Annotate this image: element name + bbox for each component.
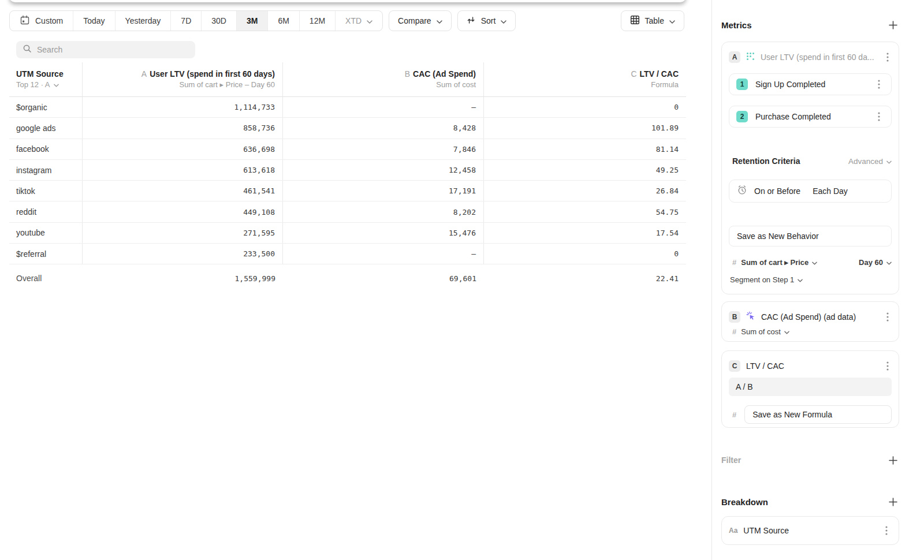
column-header-ltv-cac[interactable]: CLTV / CAC Formula [484,62,686,96]
column-key: A [141,69,147,79]
date-range-yesterday[interactable]: Yesterday [116,11,172,31]
save-as-new-behavior-button[interactable]: Save as New Behavior [729,226,892,247]
date-range-xtd[interactable]: XTD [336,11,382,31]
cell-ltv-cac: 26.84 [484,181,686,201]
search-input[interactable] [37,45,189,54]
cell-user-ltv: 233,500 [83,244,283,264]
funnel-step-2[interactable]: 2 Purchase Completed [729,106,892,128]
column-key: B [405,69,410,79]
column-header-utm-source[interactable]: UTM Source Top 12 · A [9,62,83,96]
retention-period-label[interactable]: Each Day [813,186,848,196]
date-range-label: 7D [181,16,191,25]
sort-arrows-icon [467,16,476,27]
retention-advanced-dropdown[interactable]: Advanced [848,157,892,166]
chevron-down-icon [812,258,817,267]
table-row[interactable]: facebook 636,698 7,846 81.14 [9,139,686,160]
column-header-user-ltv[interactable]: AUser LTV (spend in first 60 days) Sum o… [83,62,283,96]
chevron-down-icon [367,16,372,25]
cell-cac: 7,846 [283,139,484,159]
plus-icon [889,498,897,506]
metric-c-name[interactable]: LTV / CAC [746,361,877,371]
step-menu-button[interactable] [874,111,884,122]
breakdown-item-utm-source[interactable]: Aa UTM Source [721,516,899,545]
view-type-button[interactable]: Table [621,10,684,31]
chevron-down-icon [886,258,892,267]
metric-a-header[interactable]: A User LTV (spend in first 60 da... [729,49,893,65]
cell-user-ltv: 636,698 [83,139,283,159]
metric-a-name[interactable]: User LTV (spend in first 60 da... [761,53,877,62]
day-window-dropdown[interactable]: Day 60 [859,258,892,267]
breakdown-menu-button[interactable] [881,525,892,536]
row-label: $referral [9,244,83,264]
row-label: reddit [9,201,83,222]
date-range-label: 6M [278,16,289,25]
chevron-down-icon [437,16,442,25]
date-range-7d[interactable]: 7D [171,11,202,31]
property-label: Sum of cost [741,327,781,336]
date-range-today[interactable]: Today [73,11,115,31]
row-label: google ads [9,118,83,138]
overall-cac: 69,601 [283,268,484,288]
add-breakdown-button[interactable] [886,495,899,508]
column-title: CAC (Ad Spend) [413,69,476,79]
kebab-icon [885,526,888,535]
table-row[interactable]: reddit 449,108 8,202 54.75 [9,201,686,222]
cell-user-ltv: 449,108 [83,201,283,222]
table-row[interactable]: youtube 271,595 15,476 17.54 [9,223,686,244]
segment-dropdown[interactable]: Segment on Step 1 [730,275,803,284]
save-formula-label: Save as New Formula [752,410,832,419]
metric-a-menu-button[interactable] [882,51,893,63]
retention-mode-label: Advanced [848,157,883,166]
date-range-label: Custom [35,16,63,25]
date-range-6m[interactable]: 6M [268,11,299,31]
date-range-12m[interactable]: 12M [300,11,336,31]
table-row[interactable]: $organic 1,114,733 – 0 [9,97,686,118]
metric-b-name[interactable]: CAC (Ad Spend) (ad data) [761,312,877,322]
property-label: Sum of cart ▸ Price [741,258,808,267]
sort-button[interactable]: Sort [457,10,516,31]
config-sidebar: Metrics A User LTV (spend in first 60 da… [711,0,924,560]
retention-behavior-row[interactable]: On or Before Each Day [729,180,892,203]
retention-condition-label[interactable]: On or Before [754,186,800,196]
metric-c-header[interactable]: C LTV / CAC [729,358,893,374]
add-filter-button[interactable] [886,454,899,466]
breakdown-item-label: UTM Source [743,526,875,535]
step-label: Sign Up Completed [755,80,866,89]
table-row[interactable]: $referral 233,500 – 0 [9,244,686,264]
breakdown-section-header: Breakdown [721,495,899,508]
metrics-section-header: Metrics [721,18,899,31]
formula-input[interactable]: A / B [729,378,892,396]
metrics-title: Metrics [721,20,752,30]
date-range-label: Yesterday [125,16,161,25]
date-range-custom[interactable]: Custom [10,11,73,31]
metric-b-menu-button[interactable] [882,311,893,323]
cell-cac: 8,428 [283,118,484,138]
property-dropdown[interactable]: Sum of cost [741,327,789,336]
date-range-3m-selected[interactable]: 3M [237,11,268,31]
table-row[interactable]: tiktok 461,541 17,191 26.84 [9,181,686,201]
table-overall-row: Overall 1,559,999 69,601 22.41 [9,268,686,288]
step-menu-button[interactable] [874,79,884,90]
cell-user-ltv: 461,541 [83,181,283,201]
metric-c-badge: C [729,360,740,372]
table-row[interactable]: instagram 613,618 12,458 49.25 [9,160,686,181]
cell-ltv-cac: 54.75 [484,201,686,222]
save-as-new-formula-button[interactable]: Save as New Formula [744,405,892,424]
date-range-30d[interactable]: 30D [202,11,237,31]
compare-button[interactable]: Compare [389,10,452,31]
metric-c-menu-button[interactable] [882,360,893,372]
grid-table-icon [630,15,640,27]
property-dropdown[interactable]: Sum of cart ▸ Price [741,258,817,267]
kebab-icon [886,53,889,62]
view-type-label: Table [645,16,664,25]
row-label: instagram [9,160,83,180]
chevron-down-icon[interactable] [54,80,59,90]
column-title: UTM Source [16,69,64,80]
metric-card-b: B CAC (Ad Spend) (ad data) # Sum of cost [721,301,899,342]
metric-b-header[interactable]: B CAC (Ad Spend) (ad data) [729,309,893,325]
funnel-step-1[interactable]: 1 Sign Up Completed [729,73,892,95]
table-row[interactable]: google ads 858,736 8,428 101.89 [9,118,686,139]
add-metric-button[interactable] [886,18,899,31]
cell-ltv-cac: 17.54 [484,223,686,243]
column-header-cac[interactable]: BCAC (Ad Spend) Sum of cost [283,62,484,96]
